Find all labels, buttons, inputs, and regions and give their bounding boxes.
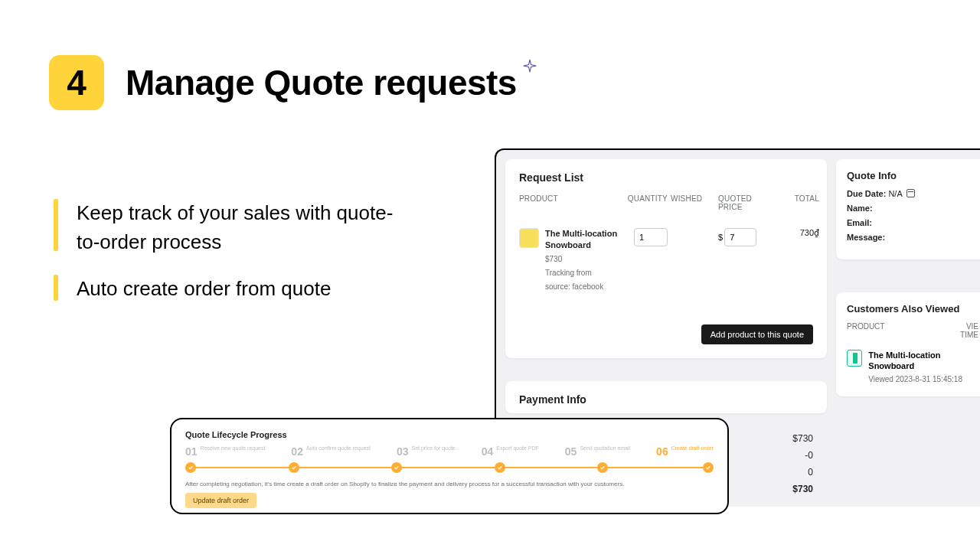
qty-cell <box>622 228 668 246</box>
step-label-1: Receive new quote request <box>201 445 266 452</box>
also-col-view: VIE <box>966 322 978 331</box>
product-name: The Multi-location Snowboard <box>545 228 619 251</box>
col-product: PRODUCT <box>519 194 619 211</box>
email-line: Email: <box>847 218 978 227</box>
step-dot-4 <box>495 462 505 473</box>
also-item-viewed: Viewed 2023-8-31 15:45:18 <box>868 374 978 385</box>
title-text: Manage Quote requests <box>126 63 517 103</box>
step-5: 05Send quotation email <box>565 445 630 458</box>
request-list-title: Request List <box>519 171 813 184</box>
update-draft-order-button[interactable]: Update draft order <box>185 493 256 508</box>
email-label: Email: <box>847 218 872 227</box>
feature-bullets: Keep track of your sales with quote-to-o… <box>54 199 398 322</box>
step-2: 02Auto confirm quote request <box>291 445 371 458</box>
step-num-5: 05 <box>565 445 577 458</box>
track-line <box>191 467 707 468</box>
also-col-time: TIME <box>960 331 978 339</box>
calendar-icon[interactable] <box>906 189 915 197</box>
name-label: Name: <box>847 204 873 213</box>
also-item[interactable]: The Multi-location Snowboard Viewed 2023… <box>847 350 978 384</box>
request-list-card: Request List PRODUCT QUANTITY WISHED QUO… <box>505 159 827 358</box>
lifecycle-title: Quote Lifecycle Progress <box>185 430 714 439</box>
lifecycle-description: After completing negotiation, it's time … <box>185 481 714 488</box>
also-col-product: PRODUCT <box>847 322 884 339</box>
also-thumb <box>847 350 862 367</box>
step-4: 04Export quote PDF <box>482 445 539 458</box>
step-dot-5 <box>597 462 608 473</box>
currency-prefix: $ <box>718 233 723 242</box>
row-total: 730₫ <box>776 228 819 238</box>
step-label-3: Set price for quote <box>412 445 456 452</box>
step-dot-1 <box>185 462 196 473</box>
request-list-header: PRODUCT QUANTITY WISHED QUOTED PRICE TOT… <box>519 194 813 211</box>
col-quoted: QUOTED PRICE <box>718 194 773 211</box>
step-label-4: Export quote PDF <box>496 445 539 452</box>
add-product-button[interactable]: Add product to this quote <box>701 324 813 344</box>
bullet-text-2: Auto create order from quote <box>77 275 331 304</box>
col-wished: WISHED <box>671 194 715 211</box>
also-item-name: The Multi-location Snowboard <box>868 350 978 372</box>
message-line: Message: <box>847 233 978 242</box>
bullet-1: Keep track of your sales with quote-to-o… <box>54 199 398 256</box>
quote-info-card: Quote Info Due Date: N/A Name: Email: Me… <box>836 159 980 259</box>
quantity-input[interactable] <box>634 228 668 246</box>
step-num-3: 03 <box>397 445 409 458</box>
step-num-2: 02 <box>291 445 303 458</box>
product-thumb <box>519 228 539 248</box>
table-row: The Multi-location Snowboard $730 Tracki… <box>519 228 813 292</box>
sparkle-icon <box>523 59 537 73</box>
step-3: 03Set price for quote <box>397 445 456 458</box>
quoted-cell: $ <box>718 228 773 246</box>
product-tracking-1: Tracking from <box>545 268 619 279</box>
step-num-1: 01 <box>185 445 198 458</box>
lifecycle-card: Quote Lifecycle Progress 01Receive new q… <box>170 418 729 514</box>
step-badge: 4 <box>49 55 104 110</box>
step-label-5: Send quotation email <box>580 445 630 452</box>
step-num-4: 04 <box>482 445 494 458</box>
page-title: Manage Quote requests <box>126 62 517 103</box>
lifecycle-steps: 01Receive new quote request 02Auto confi… <box>185 445 714 458</box>
step-dot-3 <box>391 462 402 473</box>
also-title: Customers Also Viewed <box>847 303 978 315</box>
bullet-bar <box>54 275 58 301</box>
step-label-2: Auto confirm quote request <box>306 445 371 452</box>
quote-info-title: Quote Info <box>847 170 978 181</box>
step-dot-6 <box>703 462 714 473</box>
message-label: Message: <box>847 233 885 242</box>
page-header: 4 Manage Quote requests <box>49 55 517 110</box>
name-line: Name: <box>847 204 978 213</box>
bullet-2: Auto create order from quote <box>54 275 398 304</box>
product-cell: The Multi-location Snowboard $730 Tracki… <box>519 228 619 292</box>
also-viewed-card: Customers Also Viewed PRODUCT VIE TIME T… <box>836 292 980 396</box>
due-date-line: Due Date: N/A <box>847 189 978 198</box>
quoted-price-input[interactable] <box>724 228 756 246</box>
due-value: N/A <box>888 189 902 198</box>
bullet-bar <box>54 199 58 251</box>
bullet-text-1: Keep track of your sales with quote-to-o… <box>77 199 398 256</box>
payment-title: Payment Info <box>519 393 813 406</box>
progress-track <box>185 462 714 473</box>
also-header: PRODUCT VIE TIME <box>847 322 978 339</box>
col-quantity: QUANTITY <box>622 194 668 211</box>
product-tracking-2: source: facebook <box>545 282 619 292</box>
step-label-6: Create draft order <box>671 445 714 452</box>
due-label: Due Date: <box>847 189 886 198</box>
col-total: TOTAL <box>776 194 819 211</box>
step-num-6: 06 <box>656 445 668 458</box>
step-6: 06Create draft order <box>656 445 714 458</box>
product-price: $730 <box>545 254 619 265</box>
step-1: 01Receive new quote request <box>185 445 265 458</box>
payment-info-card: Payment Info <box>505 381 827 413</box>
step-dot-2 <box>289 462 299 473</box>
